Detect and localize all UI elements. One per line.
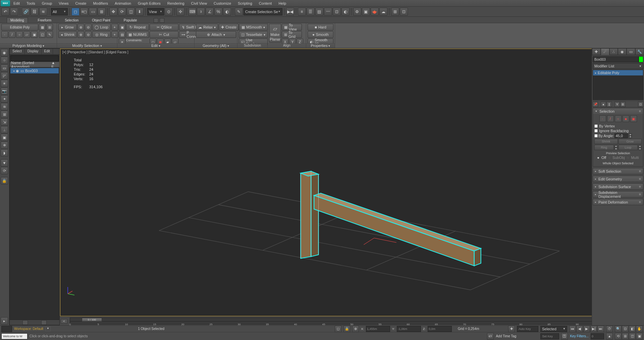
render-setup-button[interactable]: ⚙ [353, 8, 361, 16]
scene-tab-display[interactable]: Display [25, 49, 42, 54]
display-helpers-icon[interactable]: ✦ [1, 95, 8, 103]
rollout-paint-deformation[interactable]: ▸Paint Deformation≡ [593, 199, 643, 205]
display-containers-icon[interactable]: ▣ [1, 134, 8, 141]
ignore-backfacing-button[interactable]: ◱ [39, 31, 46, 38]
ribbon-tab-populate[interactable]: Populate [120, 18, 140, 23]
lock-toggle-icon[interactable]: 🔒 [1, 177, 8, 184]
key-filters-link[interactable]: Key Filters... [570, 334, 589, 338]
add-time-tag[interactable]: Add Time Tag [496, 334, 516, 338]
menu-grapheditors[interactable]: Graph Editors [135, 1, 164, 6]
ring-button[interactable]: ◎Ring [92, 31, 110, 38]
display-frozen-icon[interactable]: ❄ [1, 141, 8, 149]
nav-zoom-extents-button[interactable]: ⊞ [622, 333, 629, 340]
nav-zoom-button[interactable]: 🔍 [615, 326, 622, 332]
element-subobj-button[interactable]: ▣ [31, 31, 38, 38]
goto-start-button[interactable]: ⏮ [569, 326, 576, 332]
by-vertex-checkbox[interactable] [594, 124, 598, 128]
keyboard-shortcut-button[interactable]: ⌨ [188, 8, 196, 16]
toggle-ribbon-button[interactable]: ▤ [315, 8, 323, 16]
nav-region-button[interactable]: ◫ [629, 333, 636, 340]
utilities-panel-tab[interactable]: 🔧 [635, 48, 644, 55]
keymode-dropdown[interactable]: Selected▼ [540, 326, 567, 332]
display-lights-icon[interactable]: ☀ [1, 80, 8, 87]
repeat-button[interactable]: ↻Repeat [126, 24, 149, 31]
paste-button[interactable]: ▤ [119, 31, 125, 38]
relax-button[interactable]: ☁Relax ▾ [196, 24, 218, 31]
scene-scrollbar[interactable] [10, 320, 59, 325]
link-button[interactable]: 🔗 [22, 8, 30, 16]
modifier-stack[interactable]: ▸Editable Poly [593, 70, 643, 100]
select-place-button[interactable]: ⬇ [136, 8, 144, 16]
selection-filter-dropdown[interactable]: All▼ [51, 8, 68, 15]
grow-button[interactable]: ▸Grow [58, 24, 77, 31]
loop-button[interactable]: ◯Loop [92, 24, 110, 31]
window-crossing-button[interactable]: ⊞ [98, 8, 106, 16]
expand-explorer-icon[interactable]: ▸ [1, 317, 8, 325]
scene-column-header[interactable]: Name (Sorted Ascending)▲ F [10, 62, 59, 67]
edit-named-sel-button[interactable]: ✎ [235, 8, 243, 16]
snap-toggle-button[interactable]: 3 [197, 8, 205, 16]
display-cameras-icon[interactable]: 📷 [1, 88, 8, 95]
prev-frame-button[interactable]: ◀ [576, 326, 583, 332]
show-result-icon[interactable]: ∎ [601, 102, 606, 107]
open-autodesk-button[interactable]: ⊞ [391, 8, 399, 16]
scene-tab-select[interactable]: Select [10, 49, 25, 54]
menu-rendering[interactable]: Rendering [164, 1, 188, 6]
select-object-button[interactable]: ◻ [71, 8, 79, 16]
time-slider-thumb[interactable]: 0 / 100 [82, 318, 102, 322]
bind-spacewarp-button[interactable]: ≋ [39, 8, 47, 16]
undo-button[interactable]: ↶ [1, 8, 9, 16]
menu-create[interactable]: Create [72, 1, 90, 6]
modify-panel-tab[interactable]: ☄ [601, 48, 609, 55]
x-coord-field[interactable]: 1,455m [366, 326, 390, 332]
ribbon-group-edit[interactable]: Edit ▾ [117, 43, 194, 48]
select-manipulate-button[interactable]: ✣ [176, 8, 184, 16]
spinner-snap-button[interactable]: ◐ [223, 8, 231, 16]
display-all-icon[interactable]: ◉ [1, 49, 8, 56]
paint-select-button[interactable]: ✎ [46, 31, 53, 38]
sync-selection-icon[interactable]: ⟳ [1, 167, 8, 174]
z-coord-field[interactable]: 0,0m [428, 326, 452, 332]
time-tag-icon[interactable]: 🏷 [487, 333, 494, 340]
autokey-button[interactable]: Auto Key [517, 326, 538, 332]
align-to-grid-button[interactable]: ⊞To Grid [282, 31, 302, 38]
use-pivot-center-button[interactable]: ⊙ [165, 8, 173, 16]
play-button[interactable]: ▶ [583, 326, 590, 332]
nav-orbit-button[interactable]: ⟲ [615, 333, 622, 340]
sel-border-button[interactable]: ○ [615, 115, 622, 122]
isolate-selection-button[interactable]: ◻ [335, 326, 341, 332]
visibility-icon[interactable]: ◉ [16, 69, 19, 73]
stack-options-icon[interactable]: ⊡ [638, 102, 643, 107]
select-rotate-button[interactable]: ⟳ [118, 8, 126, 16]
display-geometry-icon[interactable]: ▭ [1, 64, 8, 72]
make-planar-button[interactable]: ▱ Make Planar [269, 24, 281, 43]
vertex-subobj-button[interactable]: · [1, 31, 8, 38]
ribbon-tab-objectpaint[interactable]: Object Paint [89, 18, 113, 23]
ribbon-min-icon[interactable] [154, 18, 158, 23]
copy-button[interactable]: ▣ [119, 24, 125, 31]
menu-content[interactable]: Content [256, 1, 275, 6]
modifier-stack-item[interactable]: ▸Editable Poly [593, 70, 643, 75]
by-angle-checkbox[interactable] [594, 134, 598, 137]
motion-panel-tab[interactable]: ◉ [618, 48, 627, 55]
maxscript-listener[interactable]: Welcome to M [1, 333, 28, 339]
select-move-button[interactable]: ✥ [109, 8, 117, 16]
mirror-button[interactable]: ▶◀ [286, 8, 294, 16]
sel-poly-button[interactable]: ■ [623, 115, 629, 122]
open-autodesk2-button[interactable]: ⊡ [400, 8, 408, 16]
create-panel-tab[interactable]: ✚ [592, 48, 601, 55]
hard-button[interactable]: ■Hard [308, 24, 333, 31]
ribbon-group-modify-selection[interactable]: Modify Selection ▾ [57, 43, 117, 48]
ribbon-help-icon[interactable] [160, 18, 164, 23]
render-a360-button[interactable]: ☁ [379, 8, 387, 16]
select-rect-button[interactable]: ▭ [89, 8, 97, 16]
redo-button[interactable]: ↷ [10, 8, 18, 16]
configure-sets-icon[interactable]: ⊞ [620, 102, 626, 107]
preview-toggle-button[interactable]: ▦ [39, 24, 46, 31]
time-slider[interactable]: 0 / 100 [70, 318, 634, 322]
display-hidden-icon[interactable]: ◗ [1, 149, 8, 157]
time-config-button[interactable]: ⏱ [606, 326, 613, 332]
display-bones-icon[interactable]: ⟂ [1, 126, 8, 133]
qslice-button[interactable]: ✂QSlice [150, 24, 178, 31]
remove-modifier-icon[interactable]: ∀ [614, 102, 620, 107]
